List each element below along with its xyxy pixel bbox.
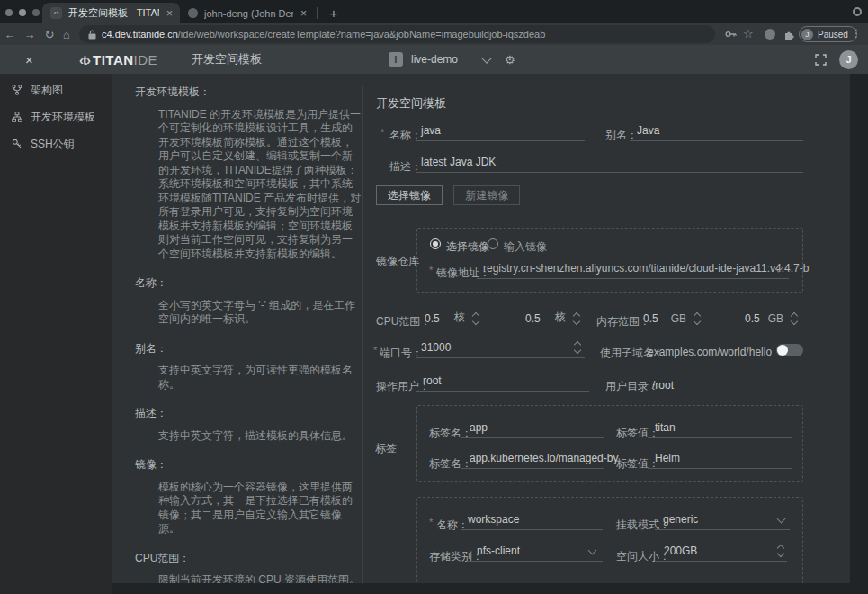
user-avatar[interactable]: J [839,50,858,69]
sidebar-item-ssh-keys[interactable]: SSH公钥 [0,130,112,158]
panel-divider [362,86,363,583]
tab-search-icon[interactable] [853,7,862,16]
reload-icon[interactable]: ↻ [41,23,58,45]
sidebar-item-label: 开发环境模板 [31,110,95,125]
profile-avatar: J [801,29,813,40]
storage-size-input[interactable]: 200GB [655,542,787,562]
window-minimize-button[interactable] [19,9,26,16]
labels-section-label: 标签 [375,441,397,456]
user-dir-value: /root [652,379,674,392]
lock-icon [88,30,96,40]
doc-heading: 名称： [135,276,362,291]
select-image-button[interactable]: 选择镜像 [376,185,443,205]
cpu-min-input[interactable]: 0.5 核 [416,310,481,329]
radio-input-image[interactable] [488,238,498,249]
browser-tab-bar: ‹› 开发空间模板 - TITANIDE × john-deng (John D… [0,0,868,23]
sidebar: 架构图 开发环境模板 SSH公钥 [0,74,112,594]
profile-paused-button[interactable]: J Paused [799,26,857,42]
page-title: 开发空间模板 [192,45,262,74]
chevron-down-icon [481,53,491,63]
profile-badge-icon[interactable] [765,29,775,40]
desc-input[interactable]: latest Java JDK [416,153,803,173]
image-addr-select[interactable]: registry.cn-shenzhen.aliyuncs.com/titani… [477,259,789,279]
tab-close-icon[interactable]: × [166,8,173,19]
stepper-icon[interactable] [575,342,580,353]
tab-close-icon[interactable]: × [300,8,307,19]
tab-title: 开发空间模板 - TITANIDE [68,6,159,20]
range-dash [712,320,727,320]
doc-heading: 描述： [135,407,362,421]
doc-heading: 开发环境模板： [135,86,362,100]
app-header: × ‹t› TITANIDE 开发空间模板 I live-demo ⚙ J [0,45,868,74]
stepper-icon[interactable] [778,545,783,556]
tab-github[interactable]: john-deng (John Deng) - GitHu × [183,3,314,23]
password-key-icon[interactable] [725,29,737,40]
tab-divider [317,7,318,19]
stepper-icon[interactable] [694,313,700,324]
doc-heading: 镜像： [135,458,362,472]
tab-titanide[interactable]: ‹› 开发空间模板 - TITANIDE × [42,3,180,23]
gear-icon[interactable]: ⚙ [505,53,515,67]
subdomain-toggle[interactable] [776,344,803,356]
doc-paragraph: 支持中英文字符，为可读性更强的模板名称。 [135,364,362,392]
titanide-logo: ‹t› TITANIDE [79,45,157,74]
sidebar-item-templates[interactable]: 开发环境模板 [0,104,112,130]
window-close-button[interactable] [5,9,13,16]
extensions-puzzle-icon[interactable] [783,29,795,40]
cpu-max-input[interactable]: 0.5 核 [517,310,582,329]
radio-select-label[interactable]: 选择镜像 [446,239,489,255]
label-name-input[interactable]: app [461,418,604,438]
required-mark: * [373,345,377,356]
user-dir-label: 用户目录： [605,379,659,394]
docs-panel: 开发环境模板： TITANIDE 的开发环境模板是为用户提供一个可定制化的环境模… [135,86,362,583]
alias-input[interactable]: Java [630,122,803,141]
doc-heading: CPU范围： [135,552,362,566]
label-name-input[interactable]: app.kubernetes.io/managed-by [461,449,604,469]
radio-select-image[interactable] [430,238,441,249]
window-zoom-button[interactable] [32,9,40,16]
radio-input-label[interactable]: 输入镜像 [504,239,547,255]
fullscreen-icon[interactable] [815,54,827,66]
workspace-switcher[interactable]: I live-demo ⚙ [389,45,515,74]
mount-mode-select[interactable]: generic [655,510,790,530]
url-bar[interactable]: c4.dev.titanide.cn/ide/web/workspace/cre… [79,25,715,43]
main-content: 开发环境模板： TITANIDE 的开发环境模板是为用户提供一个可定制化的环境模… [112,74,850,583]
memory-max-input[interactable]: 0.5 GB [738,310,798,329]
close-workspace-icon[interactable]: × [25,45,33,74]
create-image-button[interactable]: 新建镜像 [453,185,520,205]
label-value-input[interactable]: Helm [648,449,792,469]
required-mark: * [429,517,433,527]
storage-name-input[interactable]: workspace [461,510,603,530]
bookmark-star-icon[interactable]: ☆ [743,27,754,40]
registry-section-label: 镜像仓库 [376,254,419,269]
home-icon[interactable]: ⌂ [58,23,75,45]
memory-min-input[interactable]: 0.5 GB [636,310,702,329]
back-icon[interactable]: ← [2,23,18,45]
required-mark: * [380,127,384,138]
browser-window: ‹› 开发空间模板 - TITANIDE × john-deng (John D… [0,0,868,594]
stepper-icon[interactable] [574,313,579,324]
doc-paragraph: 支持中英文字符，描述模板的具体信息。 [135,429,362,444]
op-user-input[interactable]: root [416,372,589,392]
key-icon [12,139,22,149]
forward-icon[interactable]: → [22,23,38,45]
workspace-avatar: I [389,52,403,67]
stepper-icon[interactable] [792,313,797,324]
logo-mark-icon: ‹t› [79,52,90,68]
storage-class-select[interactable]: nfs-client [468,542,603,562]
tab-title: john-deng (John Deng) - GitHu [204,8,293,19]
labels-box [416,405,803,482]
stepper-icon[interactable] [473,313,479,324]
browser-menu-icon[interactable]: ⋮ [851,27,862,40]
sidebar-item-architecture[interactable]: 架构图 [0,76,112,104]
workspace-name: live-demo [411,53,458,66]
required-mark: * [429,265,433,275]
port-input[interactable]: 31000 [416,338,585,358]
subdomain-value: examples.com/world/hello [648,346,772,358]
github-favicon-icon [188,8,198,18]
label-value-input[interactable]: titan [648,418,792,438]
doc-paragraph: 模板的核心为一个容器镜像，这里提供两种输入方式，其一是下拉选择已有模板的镜像；其… [135,481,362,536]
name-input[interactable]: java [416,122,585,141]
new-tab-button[interactable]: + [325,4,343,22]
image-button-group: 选择镜像 新建镜像 [376,185,520,205]
